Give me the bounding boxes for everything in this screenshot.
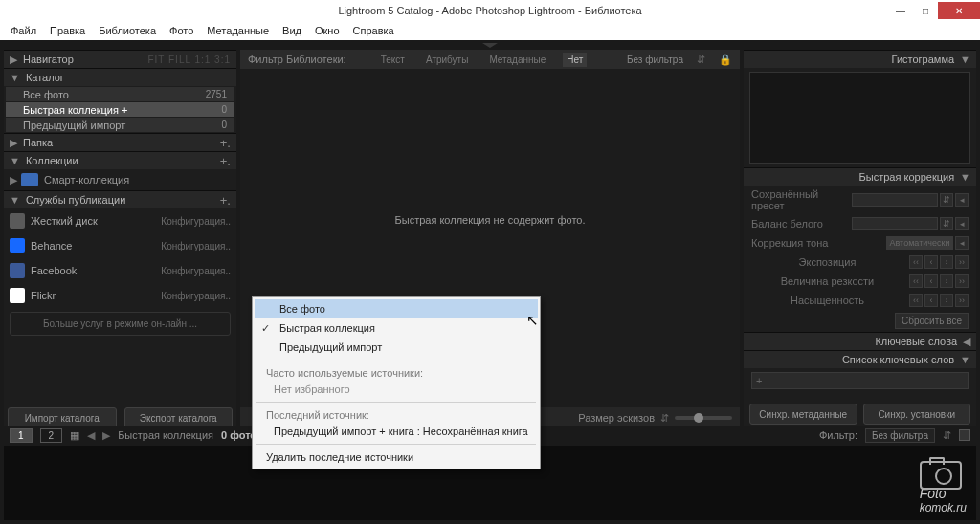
plus-icon: +: [756, 375, 762, 386]
folder-panel-header[interactable]: ▶ Папка +.: [4, 133, 236, 151]
increase-large-button[interactable]: ››: [955, 294, 969, 307]
filter-switch-icon[interactable]: [959, 429, 970, 441]
expand-icon[interactable]: ◂: [955, 217, 969, 230]
keyword-filter-input[interactable]: +: [751, 372, 969, 389]
qd-exposure-row: Экспозиция ‹‹‹›››: [744, 252, 976, 272]
filmstrip-filter-select[interactable]: Без фильтра: [865, 428, 935, 443]
increase-button[interactable]: ›: [940, 255, 953, 269]
qd-preset-row: Сохранённый пресет ⇵◂: [744, 186, 976, 214]
service-configure-link[interactable]: Конфигурация..: [161, 241, 231, 251]
navigator-zoom-options[interactable]: FIT FILL 1:1 3:1: [147, 55, 231, 65]
source-context-menu: Все фото Быстрая коллекция Предыдущий им…: [252, 296, 541, 469]
decrease-button[interactable]: ‹: [924, 294, 938, 307]
add-collection-icon[interactable]: +.: [220, 154, 231, 168]
disclosure-down-icon: ▼: [960, 54, 970, 65]
publish-service-row[interactable]: Жесткий дискКонфигурация..: [4, 208, 236, 233]
filmstrip-path[interactable]: Быстрая коллекция: [118, 429, 213, 441]
ctx-item-prev-import[interactable]: Предыдущий импорт: [255, 338, 538, 357]
menu-metadata[interactable]: Метаданные: [200, 23, 276, 38]
navigator-panel-header[interactable]: ▶ Навигатор FIT FILL 1:1 3:1: [4, 50, 236, 68]
right-panel: Гистограмма ▼ Быстрая коррекция ▼ Сохран…: [744, 50, 976, 428]
keyword-list-panel-header[interactable]: Список ключевых слов ▼: [744, 350, 976, 368]
increase-button[interactable]: ›: [940, 274, 953, 288]
ctx-clear-recent[interactable]: Удалить последние источники: [255, 448, 538, 467]
disclosure-down-icon: ▼: [10, 72, 20, 83]
filter-dropdown-icon[interactable]: ⇵: [943, 429, 951, 442]
catalog-item[interactable]: Быстрая коллекция +0: [6, 102, 234, 117]
add-folder-icon[interactable]: +.: [220, 136, 231, 150]
minimize-button[interactable]: —: [888, 2, 913, 19]
decrease-large-button[interactable]: ‹‹: [909, 274, 923, 288]
import-catalog-button[interactable]: Импорт каталога: [8, 407, 117, 428]
add-publish-icon[interactable]: +.: [220, 193, 231, 207]
qd-saturation-row: Насыщенность ‹‹‹›››: [744, 291, 976, 310]
sync-settings-button[interactable]: Синхр. установки: [863, 404, 971, 425]
qd-reset-button[interactable]: Сбросить все: [895, 313, 969, 329]
decrease-button[interactable]: ‹: [924, 274, 938, 288]
separator: [256, 444, 536, 445]
menu-file[interactable]: Файл: [4, 23, 43, 38]
chevron-icon[interactable]: ⇵: [940, 193, 953, 207]
top-panel-grip[interactable]: [0, 40, 980, 50]
qd-wb-select[interactable]: [852, 217, 938, 230]
screen-two-button[interactable]: 2: [40, 428, 63, 443]
catalog-panel-header[interactable]: ▼ Каталог: [4, 68, 236, 86]
menu-photo[interactable]: Фото: [163, 23, 200, 38]
decrease-button[interactable]: ‹: [924, 255, 938, 269]
maximize-button[interactable]: □: [913, 2, 938, 19]
keywords-panel-header[interactable]: Ключевые слова ◀: [744, 332, 976, 350]
screen-one-button[interactable]: 1: [10, 428, 33, 443]
menu-view[interactable]: Вид: [276, 23, 308, 38]
disclosure-right-icon: ▶: [10, 137, 17, 149]
catalog-item-count: 0: [221, 120, 227, 130]
catalog-item[interactable]: Предыдущий импорт0: [6, 118, 234, 132]
service-configure-link[interactable]: Конфигурация..: [161, 216, 231, 227]
collections-panel-header[interactable]: ▼ Коллекции +.: [4, 151, 236, 169]
qd-clarity-label: Величина резкости: [781, 275, 875, 287]
publish-panel-header[interactable]: ▼ Службы публикации +.: [4, 190, 236, 208]
close-button[interactable]: ✕: [938, 2, 980, 19]
menu-help[interactable]: Справка: [346, 23, 401, 38]
keywords-label: Ключевые слова: [875, 336, 957, 347]
keyword-list-label: Список ключевых слов: [842, 354, 954, 365]
more-services-button[interactable]: Больше услуг в режиме он-лайн ...: [10, 312, 231, 336]
nav-back-icon[interactable]: ◀: [87, 429, 95, 442]
disclosure-down-icon: ▼: [10, 155, 20, 166]
qd-tone-auto-button[interactable]: Автоматически: [886, 236, 953, 250]
expand-icon[interactable]: ◂: [955, 236, 969, 250]
publish-service-row[interactable]: FlickrКонфигурация..: [4, 283, 236, 308]
qd-preset-select[interactable]: [852, 193, 938, 207]
expand-icon[interactable]: ◂: [955, 193, 969, 207]
catalog-item[interactable]: Все фото2751: [6, 87, 234, 101]
ctx-item-quick-collection[interactable]: Быстрая коллекция: [255, 318, 538, 338]
grid-view-icon[interactable]: ▦: [70, 429, 79, 442]
increase-large-button[interactable]: ››: [955, 274, 969, 288]
catalog-item-count: 0: [221, 104, 227, 115]
ctx-last-source[interactable]: Предыдущий импорт + книга : Несохранённа…: [255, 423, 538, 441]
export-catalog-button[interactable]: Экспорт каталога: [124, 407, 234, 428]
quick-develop-panel-header[interactable]: Быстрая коррекция ▼: [744, 167, 976, 186]
ctx-item-all-photos[interactable]: Все фото: [255, 299, 538, 318]
service-label: Facebook: [31, 265, 77, 276]
service-configure-link[interactable]: Конфигурация..: [161, 291, 231, 301]
smart-collection-row[interactable]: ▶ Смарт-коллекция: [4, 169, 236, 190]
increase-large-button[interactable]: ››: [955, 255, 969, 269]
decrease-large-button[interactable]: ‹‹: [909, 255, 923, 269]
thumb-size-slider[interactable]: [675, 416, 732, 420]
menu-library[interactable]: Библиотека: [92, 23, 163, 38]
qd-saturation-label: Насыщенность: [791, 295, 864, 306]
sync-metadata-button[interactable]: Синхр. метаданные: [749, 404, 858, 425]
increase-button[interactable]: ›: [940, 294, 953, 307]
service-configure-link[interactable]: Конфигурация..: [161, 266, 231, 276]
menu-edit[interactable]: Правка: [43, 23, 92, 38]
menu-window[interactable]: Окно: [308, 23, 346, 38]
window-title: Lightroom 5 Catalog - Adobe Photoshop Li…: [0, 5, 980, 16]
decrease-large-button[interactable]: ‹‹: [909, 294, 923, 307]
disclosure-down-icon: ▼: [10, 194, 20, 206]
histogram-label: Гистограмма: [892, 54, 955, 65]
nav-fwd-icon[interactable]: ▶: [102, 429, 110, 442]
histogram-panel-header[interactable]: Гистограмма ▼: [744, 50, 976, 68]
publish-service-row[interactable]: FacebookКонфигурация..: [4, 258, 236, 283]
chevron-icon[interactable]: ⇵: [940, 217, 953, 230]
publish-service-row[interactable]: BehanceКонфигурация..: [4, 233, 236, 258]
